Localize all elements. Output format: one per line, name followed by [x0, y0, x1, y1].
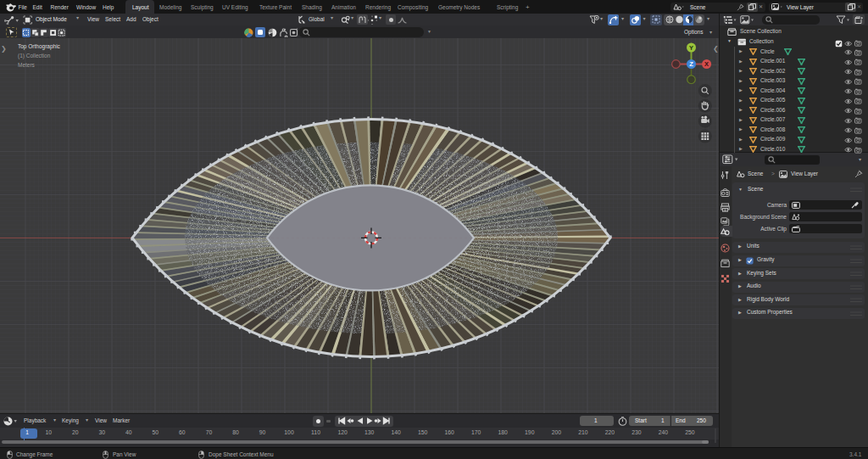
svg-text:X: X: [704, 60, 709, 68]
svg-text:Z: Z: [689, 60, 693, 68]
svg-text:Y: Y: [689, 44, 693, 52]
